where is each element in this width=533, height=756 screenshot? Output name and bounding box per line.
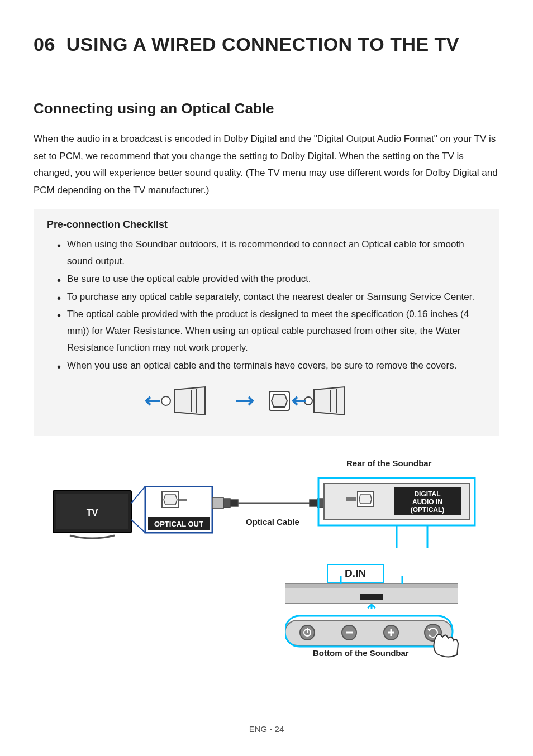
checklist-list: When using the Soundbar outdoors, it is … xyxy=(47,236,486,374)
svg-rect-21 xyxy=(360,594,383,600)
svg-point-2 xyxy=(304,397,312,405)
svg-rect-20 xyxy=(285,584,458,588)
page-footer: ENG - 24 xyxy=(0,724,533,734)
cover-removal-illustration xyxy=(47,381,486,423)
svg-rect-9 xyxy=(223,499,230,508)
connection-diagram: Rear of the Soundbar TV OPTICAL OUT xyxy=(34,458,499,671)
optical-cable-label: Optical Cable xyxy=(246,517,299,527)
checklist-item: When using the Soundbar outdoors, it is … xyxy=(57,236,486,270)
tv-illustration: TV OPTICAL OUT xyxy=(53,486,221,544)
svg-rect-8 xyxy=(212,497,223,509)
section-intro: When the audio in a broadcast is encoded… xyxy=(34,131,499,199)
checklist-box: Pre-connection Checklist When using the … xyxy=(34,209,499,436)
soundbar-front-illustration xyxy=(285,576,458,611)
chapter-number: 06 xyxy=(34,34,55,55)
checklist-title: Pre-connection Checklist xyxy=(47,219,486,231)
chapter-title: 06 USING A WIRED CONNECTION TO THE TV xyxy=(34,34,499,55)
optical-out-label: OPTICAL OUT xyxy=(154,520,203,528)
checklist-item: The optical cable provided with the prod… xyxy=(57,306,486,356)
digital-audio-in-line1: DIGITAL xyxy=(414,490,440,498)
tv-label: TV xyxy=(87,508,98,518)
chapter-title-text: USING A WIRED CONNECTION TO THE TV xyxy=(66,34,459,55)
rear-of-soundbar-label: Rear of the Soundbar xyxy=(346,458,432,468)
section-title: Connecting using an Optical Cable xyxy=(34,100,499,117)
checklist-item: When you use an optical cable and the te… xyxy=(57,357,486,374)
checklist-item: To purchase any optical cable separately… xyxy=(57,289,486,305)
svg-point-0 xyxy=(161,396,170,405)
checklist-item: Be sure to use the optical cable provide… xyxy=(57,271,486,288)
digital-audio-in-line3: (OPTICAL) xyxy=(411,506,445,514)
soundbar-rear-illustration: DIGITAL AUDIO IN (OPTICAL) xyxy=(316,475,478,550)
svg-rect-10 xyxy=(230,500,238,506)
digital-audio-in-line2: AUDIO IN xyxy=(412,498,442,506)
bottom-of-soundbar-label: Bottom of the Soundbar xyxy=(313,648,409,658)
